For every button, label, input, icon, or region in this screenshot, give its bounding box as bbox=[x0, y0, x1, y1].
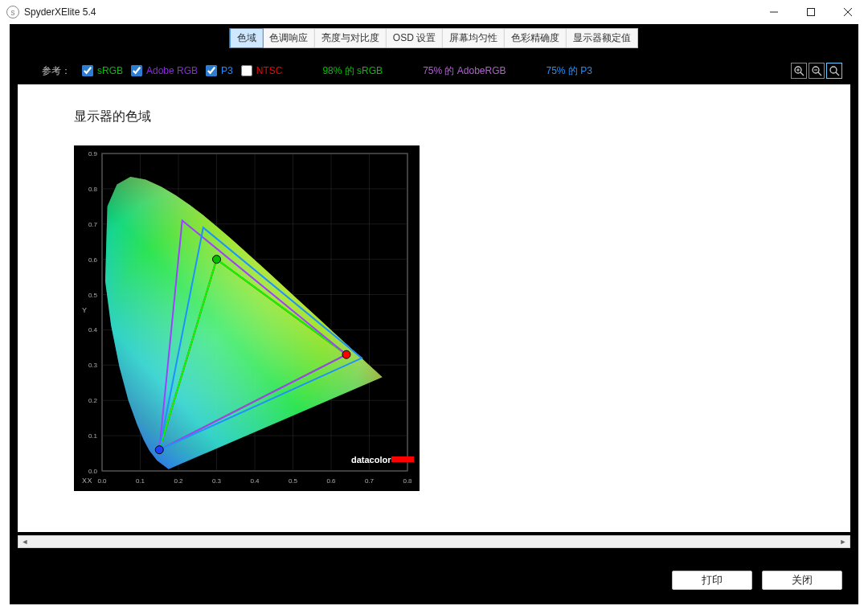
app-icon: s bbox=[6, 6, 19, 18]
svg-point-11 bbox=[830, 67, 837, 73]
content-panel: 显示器的色域 0.00.10.20.30.40.50.60.70.80.00.1… bbox=[18, 84, 850, 532]
svg-point-54 bbox=[342, 350, 350, 358]
scroll-right-arrow[interactable]: ► bbox=[837, 536, 850, 547]
svg-text:0.1: 0.1 bbox=[88, 432, 98, 440]
section-title: 显示器的色域 bbox=[74, 108, 794, 125]
display-adobergb-value: 75% 的 AdobeRGB bbox=[423, 64, 506, 78]
maximize-button[interactable] bbox=[792, 0, 829, 24]
svg-text:0.7: 0.7 bbox=[88, 221, 98, 228]
reference-label: 参考： bbox=[42, 64, 71, 78]
svg-text:X: X bbox=[82, 477, 87, 485]
checkbox-adobergb[interactable]: Adobe RGB bbox=[131, 65, 198, 76]
tab-uniformity[interactable]: 屏幕均匀性 bbox=[443, 29, 505, 47]
tab-bar: 色域 色调响应 亮度与对比度 OSD 设置 屏幕均匀性 色彩精确度 显示器额定值 bbox=[230, 28, 638, 48]
close-dialog-button[interactable]: 关闭 bbox=[762, 571, 842, 590]
tab-osd-settings[interactable]: OSD 设置 bbox=[387, 29, 443, 47]
checkbox-srgb[interactable]: sRGB bbox=[82, 65, 123, 76]
svg-text:0.1: 0.1 bbox=[136, 477, 145, 485]
display-p3-value: 75% 的 P3 bbox=[547, 64, 592, 78]
tab-monitor-rating[interactable]: 显示器额定值 bbox=[567, 29, 637, 47]
svg-text:0.8: 0.8 bbox=[403, 477, 412, 485]
svg-text:0.2: 0.2 bbox=[174, 477, 183, 485]
checkbox-srgb-input[interactable] bbox=[82, 65, 93, 76]
svg-point-55 bbox=[213, 256, 221, 264]
window-title: SpyderXElite 5.4 bbox=[24, 6, 96, 18]
svg-text:0.4: 0.4 bbox=[250, 477, 260, 485]
close-button[interactable] bbox=[829, 0, 866, 24]
svg-text:0.9: 0.9 bbox=[88, 150, 98, 158]
svg-text:0.2: 0.2 bbox=[88, 397, 98, 404]
svg-text:0.8: 0.8 bbox=[88, 186, 98, 193]
svg-point-56 bbox=[155, 446, 163, 454]
zoom-out-button[interactable] bbox=[809, 63, 825, 79]
zoom-fit-button[interactable] bbox=[826, 63, 842, 79]
svg-line-9 bbox=[818, 72, 821, 76]
svg-text:0.7: 0.7 bbox=[365, 477, 375, 485]
checkbox-adobergb-input[interactable] bbox=[131, 65, 142, 76]
scroll-left-arrow[interactable]: ◄ bbox=[18, 536, 31, 547]
tab-gamut[interactable]: 色域 bbox=[230, 28, 264, 48]
checkbox-p3[interactable]: P3 bbox=[206, 65, 233, 76]
checkbox-ntsc[interactable]: NTSC bbox=[241, 65, 283, 76]
svg-text:0.5: 0.5 bbox=[289, 477, 298, 485]
svg-rect-58 bbox=[391, 456, 414, 462]
checkbox-adobergb-label: Adobe RGB bbox=[146, 65, 198, 76]
svg-text:0.5: 0.5 bbox=[88, 292, 98, 299]
minimize-button[interactable] bbox=[755, 0, 792, 24]
tab-color-accuracy[interactable]: 色彩精确度 bbox=[505, 29, 567, 47]
tab-tone-response[interactable]: 色调响应 bbox=[263, 29, 315, 47]
zoom-group bbox=[791, 63, 842, 79]
svg-line-12 bbox=[836, 72, 839, 76]
zoom-in-button[interactable] bbox=[791, 63, 807, 79]
svg-text:0.6: 0.6 bbox=[326, 477, 336, 485]
checkbox-ntsc-label: NTSC bbox=[256, 65, 283, 76]
horizontal-scrollbar[interactable]: ◄ ► bbox=[18, 535, 850, 548]
svg-text:0.4: 0.4 bbox=[88, 326, 98, 334]
display-srgb-value: 98% 的 sRGB bbox=[322, 64, 383, 78]
checkbox-srgb-label: sRGB bbox=[97, 65, 123, 76]
svg-text:X: X bbox=[87, 477, 92, 485]
tab-brightness-contrast[interactable]: 亮度与对比度 bbox=[315, 29, 387, 47]
footer-buttons: 打印 关闭 bbox=[672, 571, 842, 590]
svg-text:0.3: 0.3 bbox=[212, 477, 222, 485]
svg-text:Y: Y bbox=[82, 306, 87, 314]
svg-text:0.3: 0.3 bbox=[88, 362, 98, 369]
svg-text:0.6: 0.6 bbox=[88, 256, 98, 264]
title-bar: s SpyderXElite 5.4 bbox=[0, 0, 868, 24]
reference-row: 参考： sRGB Adobe RGB P3 NTSC 98% 的 sRGB 75… bbox=[42, 63, 842, 79]
checkbox-p3-label: P3 bbox=[221, 65, 233, 76]
svg-rect-1 bbox=[808, 9, 815, 16]
svg-text:datacolor: datacolor bbox=[351, 455, 391, 465]
checkbox-p3-input[interactable] bbox=[206, 65, 217, 76]
svg-text:0.0: 0.0 bbox=[88, 468, 98, 475]
cie-chromaticity-chart: 0.00.10.20.30.40.50.60.70.80.00.10.20.30… bbox=[74, 145, 420, 491]
checkbox-ntsc-input[interactable] bbox=[241, 65, 252, 76]
app-body: 色域 色调响应 亮度与对比度 OSD 设置 屏幕均匀性 色彩精确度 显示器额定值… bbox=[10, 24, 858, 604]
svg-text:0.0: 0.0 bbox=[97, 477, 107, 485]
print-button[interactable]: 打印 bbox=[672, 571, 752, 590]
svg-line-5 bbox=[800, 72, 804, 76]
